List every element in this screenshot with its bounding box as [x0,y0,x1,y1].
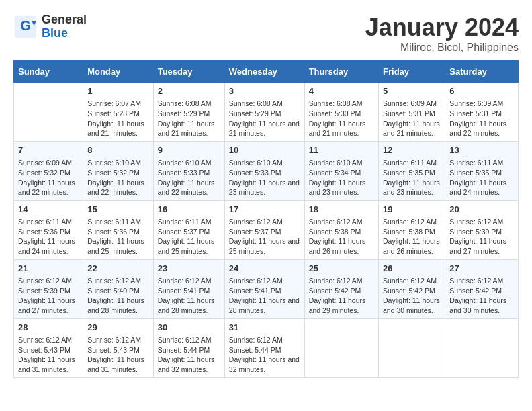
column-header-wednesday: Wednesday [224,61,304,83]
column-header-monday: Monday [83,61,154,83]
calendar-cell: 18Sunrise: 6:12 AM Sunset: 5:38 PM Dayli… [304,200,378,259]
column-header-friday: Friday [379,61,445,83]
calendar-cell [304,318,378,377]
day-number: 26 [383,263,441,275]
day-info: Sunrise: 6:09 AM Sunset: 5:32 PM Dayligh… [18,158,79,197]
calendar-cell: 24Sunrise: 6:12 AM Sunset: 5:41 PM Dayli… [224,259,304,318]
calendar-cell: 28Sunrise: 6:12 AM Sunset: 5:43 PM Dayli… [14,318,83,377]
calendar-week-5: 28Sunrise: 6:12 AM Sunset: 5:43 PM Dayli… [14,318,519,377]
calendar-cell: 31Sunrise: 6:12 AM Sunset: 5:44 PM Dayli… [224,318,304,377]
column-header-sunday: Sunday [14,61,83,83]
day-number: 9 [158,144,220,156]
day-number: 23 [158,263,220,275]
logo-icon: G [13,15,38,39]
calendar-week-4: 21Sunrise: 6:12 AM Sunset: 5:39 PM Dayli… [14,259,519,318]
day-info: Sunrise: 6:12 AM Sunset: 5:44 PM Dayligh… [158,335,220,375]
calendar-cell: 22Sunrise: 6:12 AM Sunset: 5:40 PM Dayli… [83,259,154,318]
day-number: 6 [449,85,514,97]
day-number: 12 [383,144,441,156]
calendar-cell: 11Sunrise: 6:10 AM Sunset: 5:34 PM Dayli… [304,141,378,200]
day-info: Sunrise: 6:08 AM Sunset: 5:29 PM Dayligh… [229,99,300,138]
column-header-saturday: Saturday [445,61,519,83]
day-info: Sunrise: 6:10 AM Sunset: 5:33 PM Dayligh… [229,158,300,197]
calendar-cell: 1Sunrise: 6:07 AM Sunset: 5:28 PM Daylig… [83,83,154,142]
logo-line1: General [42,13,87,27]
day-info: Sunrise: 6:12 AM Sunset: 5:43 PM Dayligh… [18,335,79,375]
day-number: 15 [87,203,149,216]
calendar-cell: 14Sunrise: 6:11 AM Sunset: 5:36 PM Dayli… [14,200,83,259]
day-info: Sunrise: 6:11 AM Sunset: 5:35 PM Dayligh… [383,158,441,197]
calendar-cell: 29Sunrise: 6:12 AM Sunset: 5:43 PM Dayli… [83,318,154,377]
calendar-cell: 30Sunrise: 6:12 AM Sunset: 5:44 PM Dayli… [153,318,224,377]
logo: G General Blue [13,13,87,40]
day-number: 31 [229,322,300,334]
day-number: 21 [18,263,79,275]
day-number: 28 [18,322,79,334]
day-info: Sunrise: 6:12 AM Sunset: 5:42 PM Dayligh… [383,276,441,316]
calendar-cell: 6Sunrise: 6:09 AM Sunset: 5:31 PM Daylig… [445,83,519,142]
day-number: 27 [449,263,514,275]
day-number: 17 [229,203,300,216]
calendar-cell [379,318,445,377]
day-info: Sunrise: 6:12 AM Sunset: 5:41 PM Dayligh… [229,276,300,316]
calendar-cell: 23Sunrise: 6:12 AM Sunset: 5:41 PM Dayli… [153,259,224,318]
calendar-table: SundayMondayTuesdayWednesdayThursdayFrid… [13,60,519,378]
calendar-cell: 20Sunrise: 6:12 AM Sunset: 5:39 PM Dayli… [445,200,519,259]
calendar-cell: 9Sunrise: 6:10 AM Sunset: 5:33 PM Daylig… [153,141,224,200]
day-info: Sunrise: 6:12 AM Sunset: 5:43 PM Dayligh… [87,335,149,375]
calendar-cell: 4Sunrise: 6:08 AM Sunset: 5:30 PM Daylig… [304,83,378,142]
day-number: 2 [158,85,220,97]
day-number: 16 [158,203,220,216]
day-number: 4 [309,85,374,97]
day-info: Sunrise: 6:07 AM Sunset: 5:28 PM Dayligh… [87,99,149,138]
calendar-cell: 21Sunrise: 6:12 AM Sunset: 5:39 PM Dayli… [14,259,83,318]
logo-line2: Blue [42,27,87,40]
day-info: Sunrise: 6:08 AM Sunset: 5:30 PM Dayligh… [309,99,374,138]
day-number: 19 [383,203,441,216]
day-info: Sunrise: 6:12 AM Sunset: 5:40 PM Dayligh… [87,276,149,316]
day-number: 11 [309,144,374,156]
day-number: 25 [309,263,374,275]
calendar-cell: 19Sunrise: 6:12 AM Sunset: 5:38 PM Dayli… [379,200,445,259]
day-info: Sunrise: 6:10 AM Sunset: 5:34 PM Dayligh… [309,158,374,197]
day-info: Sunrise: 6:12 AM Sunset: 5:41 PM Dayligh… [158,276,220,316]
day-number: 13 [449,144,514,156]
calendar-cell: 25Sunrise: 6:12 AM Sunset: 5:42 PM Dayli… [304,259,378,318]
day-info: Sunrise: 6:10 AM Sunset: 5:32 PM Dayligh… [87,158,149,197]
day-number: 18 [309,203,374,216]
day-info: Sunrise: 6:12 AM Sunset: 5:38 PM Dayligh… [309,217,374,257]
logo-text: General Blue [42,13,87,40]
day-number: 20 [449,203,514,216]
calendar-cell: 12Sunrise: 6:11 AM Sunset: 5:35 PM Dayli… [379,141,445,200]
day-info: Sunrise: 6:12 AM Sunset: 5:38 PM Dayligh… [383,217,441,257]
day-info: Sunrise: 6:12 AM Sunset: 5:39 PM Dayligh… [449,217,514,257]
day-number: 24 [229,263,300,275]
title-area: January 2024 Miliroc, Bicol, Philippines [365,13,519,54]
day-number: 7 [18,144,79,156]
calendar-week-1: 1Sunrise: 6:07 AM Sunset: 5:28 PM Daylig… [14,83,519,142]
calendar-cell: 7Sunrise: 6:09 AM Sunset: 5:32 PM Daylig… [14,141,83,200]
calendar-title: January 2024 [365,13,519,42]
day-info: Sunrise: 6:08 AM Sunset: 5:29 PM Dayligh… [158,99,220,138]
day-info: Sunrise: 6:11 AM Sunset: 5:36 PM Dayligh… [18,217,79,257]
column-header-tuesday: Tuesday [153,61,224,83]
day-info: Sunrise: 6:09 AM Sunset: 5:31 PM Dayligh… [449,99,514,138]
calendar-subtitle: Miliroc, Bicol, Philippines [365,42,519,54]
day-info: Sunrise: 6:09 AM Sunset: 5:31 PM Dayligh… [383,99,441,138]
calendar-cell: 3Sunrise: 6:08 AM Sunset: 5:29 PM Daylig… [224,83,304,142]
calendar-cell: 10Sunrise: 6:10 AM Sunset: 5:33 PM Dayli… [224,141,304,200]
calendar-cell: 15Sunrise: 6:11 AM Sunset: 5:36 PM Dayli… [83,200,154,259]
day-info: Sunrise: 6:12 AM Sunset: 5:42 PM Dayligh… [449,276,514,316]
calendar-cell: 27Sunrise: 6:12 AM Sunset: 5:42 PM Dayli… [445,259,519,318]
day-info: Sunrise: 6:12 AM Sunset: 5:37 PM Dayligh… [229,217,300,257]
day-info: Sunrise: 6:12 AM Sunset: 5:44 PM Dayligh… [229,335,300,375]
calendar-header-row: SundayMondayTuesdayWednesdayThursdayFrid… [14,61,519,83]
day-number: 3 [229,85,300,97]
day-number: 10 [229,144,300,156]
day-info: Sunrise: 6:12 AM Sunset: 5:42 PM Dayligh… [309,276,374,316]
calendar-cell [445,318,519,377]
column-header-thursday: Thursday [304,61,378,83]
calendar-cell: 5Sunrise: 6:09 AM Sunset: 5:31 PM Daylig… [379,83,445,142]
day-info: Sunrise: 6:11 AM Sunset: 5:36 PM Dayligh… [87,217,149,257]
calendar-week-3: 14Sunrise: 6:11 AM Sunset: 5:36 PM Dayli… [14,200,519,259]
